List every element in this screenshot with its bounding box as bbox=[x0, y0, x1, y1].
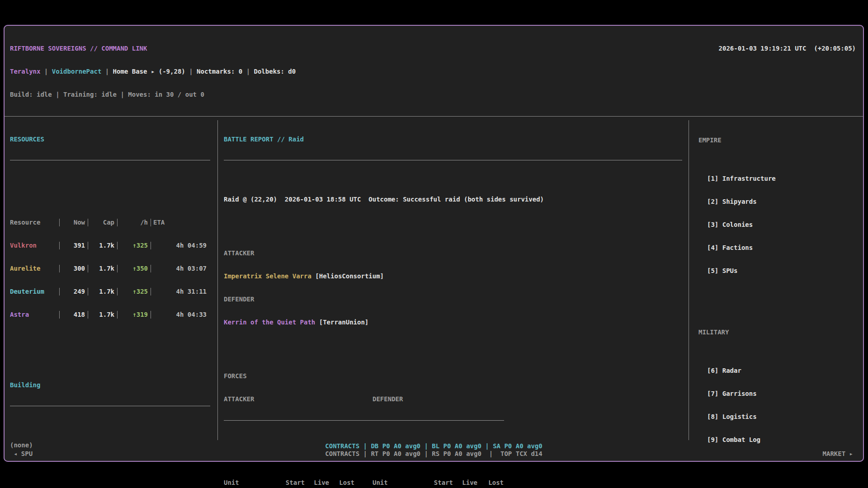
forces-table-header: Unit Start Live Lost Unit Start Live Los… bbox=[224, 479, 682, 487]
menu-item-infrastructure[interactable]: [1] Infrastructure bbox=[707, 175, 859, 183]
resources-table: Resource Now Cap /h ETA Vulkron 391 1.7k… bbox=[10, 203, 210, 334]
resources-panel: RESOURCES Resource Now Cap /h ETA Vulkro… bbox=[5, 120, 218, 440]
battle-report-heading: BATTLE REPORT // Raid bbox=[224, 136, 682, 143]
forces-table: Unit Start Live Lost Unit Start Live Los… bbox=[224, 464, 682, 488]
resources-heading: RESOURCES bbox=[10, 136, 210, 143]
building-heading: Building bbox=[10, 381, 210, 389]
contracts-ticker-line-2[interactable]: CONTRACTS | RT P0 A0 avg0 | RS P0 A0 avg… bbox=[5, 450, 863, 458]
status-line-2: Build: idle | Training: idle | Moves: in… bbox=[10, 91, 856, 99]
resource-row: Astra 418 1.7k ↑319 4h 04:33 bbox=[10, 311, 210, 319]
app-title: RIFTBORNE SOVEREIGNS // COMMAND LINK bbox=[10, 45, 147, 52]
attacker-line: Imperatrix Selene Varra [HeliosConsortiu… bbox=[224, 272, 682, 280]
divider bbox=[10, 406, 210, 406]
resource-row: Aurelite 300 1.7k ↑350 4h 03:07 bbox=[10, 265, 210, 272]
hotkey: [4] bbox=[707, 244, 718, 251]
resource-row: Vulkron 391 1.7k ↑325 4h 04:59 bbox=[10, 242, 210, 249]
attacker-label: ATTACKER bbox=[224, 249, 682, 257]
hotkey: [1] bbox=[707, 175, 718, 182]
raid-outcome-line: Raid @ (22,20) 2026-01-03 18:58 UTC Outc… bbox=[224, 196, 682, 203]
spu-nav-button[interactable]: ◂ SPU bbox=[14, 450, 33, 458]
menu-section-military: MILITARY bbox=[698, 328, 859, 336]
forces-label: FORCES bbox=[224, 372, 682, 380]
menu-item-factions[interactable]: [4] Factions bbox=[707, 244, 859, 252]
menu-item-logistics[interactable]: [8] Logistics bbox=[707, 413, 859, 421]
defender-label: DEFENDER bbox=[224, 296, 682, 303]
defender-faction-tag: [TerranUnion] bbox=[315, 319, 368, 326]
alliance-name: VoidbornePact bbox=[52, 68, 102, 75]
contracts-ticker-line-1[interactable]: CONTRACTS | DB P0 A0 avg0 | BL P0 A0 avg… bbox=[5, 442, 863, 450]
forces-column-headers: ATTACKER DEFENDER bbox=[224, 395, 682, 403]
menu-item-radar[interactable]: [6] Radar bbox=[707, 367, 859, 375]
noctmarks-count: Noctmarks: 0 bbox=[197, 68, 242, 75]
menu-item-shipyards[interactable]: [2] Shipyards bbox=[707, 198, 859, 206]
divider bbox=[10, 160, 210, 160]
divider bbox=[224, 160, 682, 160]
attacker-name: Imperatrix Selene Varra bbox=[224, 272, 311, 280]
attacker-faction-tag: [HeliosConsortium] bbox=[311, 272, 384, 280]
menu-item-colonies[interactable]: [3] Colonies bbox=[707, 221, 859, 229]
menu-section-empire: EMPIRE bbox=[698, 136, 859, 144]
command-link-window: RIFTBORNE SOVEREIGNS // COMMAND LINK 202… bbox=[4, 25, 864, 462]
header: RIFTBORNE SOVEREIGNS // COMMAND LINK 202… bbox=[5, 26, 863, 116]
hotkey: [7] bbox=[707, 390, 718, 397]
resources-table-header: Resource Now Cap /h ETA bbox=[10, 219, 210, 226]
player-name: Teralynx bbox=[10, 68, 40, 75]
hotkey: [3] bbox=[707, 221, 718, 228]
defender-line: Kerrin of the Quiet Path [TerranUnion] bbox=[224, 319, 682, 326]
market-nav-button[interactable]: MARKET ▸ bbox=[823, 450, 853, 458]
battle-report-panel: BATTLE REPORT // Raid Raid @ (22,20) 202… bbox=[218, 120, 689, 440]
resource-row: Deuterium 249 1.7k ↑325 4h 31:11 bbox=[10, 288, 210, 296]
hotkey: [5] bbox=[707, 267, 718, 274]
menu-item-spus[interactable]: [5] SPUs bbox=[707, 267, 859, 275]
hotkey: [2] bbox=[707, 198, 718, 205]
main-menu-panel: EMPIRE [1] Infrastructure [2] Shipyards … bbox=[689, 120, 863, 440]
defender-name: Kerrin of the Quiet Path bbox=[224, 319, 315, 326]
footer-bar: CONTRACTS | DB P0 A0 avg0 | BL P0 A0 avg… bbox=[5, 440, 863, 461]
divider bbox=[224, 420, 504, 421]
clock: 2026-01-03 19:19:21 UTC (+20:05:05) bbox=[719, 45, 856, 52]
dolbeks-count: Dolbeks: d0 bbox=[254, 68, 296, 75]
base-location: Home Base ▸ (-9,28) bbox=[113, 68, 185, 75]
hotkey: [6] bbox=[707, 367, 718, 374]
status-line-1: Teralynx | VoidbornePact | Home Base ▸ (… bbox=[10, 68, 856, 75]
hotkey: [8] bbox=[707, 413, 718, 420]
menu-item-garrisons[interactable]: [7] Garrisons bbox=[707, 390, 859, 398]
